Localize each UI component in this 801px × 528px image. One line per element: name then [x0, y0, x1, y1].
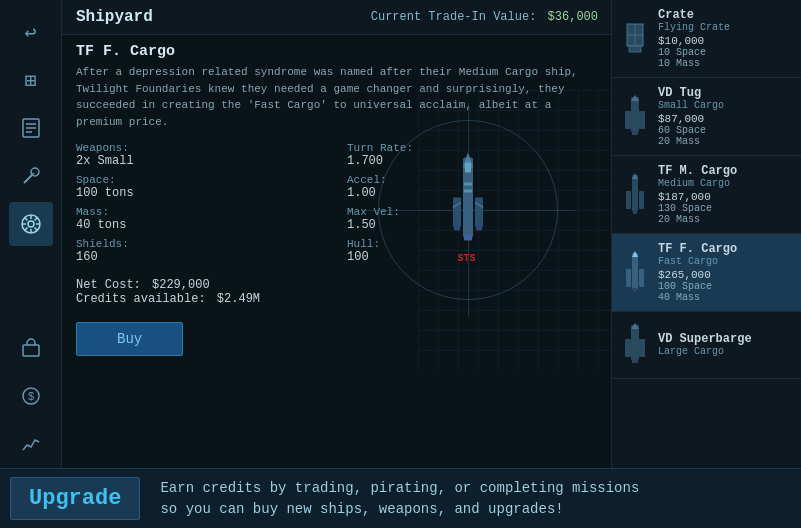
sts-label: STS — [458, 253, 476, 264]
ship-list-info: CrateFlying Crate$10,00010 Space 10 Mass — [658, 8, 793, 69]
ship-thumbnail — [620, 320, 650, 370]
svg-rect-25 — [464, 235, 472, 241]
ship-list-name: Crate — [658, 8, 793, 22]
ship-list-name: VD Superbarge — [658, 332, 793, 346]
trade-value: Current Trade-In Value: $36,000 — [371, 10, 598, 24]
svg-rect-21 — [453, 198, 461, 228]
main-panel: Shipyard Current Trade-In Value: $36,000… — [62, 0, 612, 528]
ship-list-name: TF F. Cargo — [658, 242, 793, 256]
svg-text:$: $ — [27, 390, 33, 402]
ship-thumbnail — [620, 92, 650, 142]
svg-line-15 — [34, 218, 37, 221]
tip-text: Earn credits by trading, pirating, or co… — [160, 478, 639, 520]
sidebar-bottom: $ — [0, 324, 62, 468]
svg-point-8 — [28, 221, 34, 227]
upgrade-button[interactable]: Upgrade — [10, 477, 140, 520]
ship-list-price: $87,000 — [658, 113, 793, 125]
svg-rect-27 — [476, 225, 482, 231]
sidebar-icon-tools[interactable] — [9, 154, 53, 198]
sidebar-icon-helm[interactable] — [9, 202, 53, 246]
ship-list-item[interactable]: TF M. CargoMedium Cargo$187,000130 Space… — [612, 156, 801, 234]
ship-list-type: Small Cargo — [658, 100, 793, 111]
svg-line-13 — [24, 218, 27, 221]
ship-list-info: VD TugSmall Cargo$87,00060 Space 20 Mass — [658, 86, 793, 147]
ship-list-info: TF M. CargoMedium Cargo$187,000130 Space… — [658, 164, 793, 225]
svg-rect-38 — [639, 111, 645, 129]
ship-list-name: VD Tug — [658, 86, 793, 100]
ship-list-item[interactable]: TF F. CargoFast Cargo$265,000100 Space 4… — [612, 234, 801, 312]
sidebar-icon-credits[interactable]: $ — [9, 374, 53, 418]
ship-list-stats: 60 Space 20 Mass — [658, 125, 793, 147]
page-title: Shipyard — [76, 8, 153, 26]
svg-rect-22 — [475, 198, 483, 228]
ship-list-panel: ‹ CrateFlying Crate$10,00010 Space 10 Ma… — [611, 0, 801, 528]
collapse-panel-button[interactable]: ‹ — [611, 246, 612, 282]
ship-list-type: Fast Cargo — [658, 256, 793, 267]
svg-rect-46 — [632, 253, 638, 289]
stat-space: Space: 100 tons — [76, 174, 327, 200]
ship-list-price: $187,000 — [658, 191, 793, 203]
sidebar-icon-map[interactable]: ⊞ — [9, 58, 53, 102]
ship-list: CrateFlying Crate$10,00010 Space 10 Mass… — [612, 0, 801, 379]
svg-rect-47 — [626, 269, 631, 287]
ship-viz-inner: STS — [338, 60, 598, 360]
ship-thumbnail — [620, 248, 650, 298]
svg-line-6 — [32, 173, 34, 175]
bottom-bar: Upgrade Earn credits by trading, piratin… — [0, 468, 801, 528]
ship-list-item[interactable]: VD SuperbargeLarge Cargo — [612, 312, 801, 379]
stat-mass: Mass: 40 tons — [76, 206, 327, 232]
ship-list-type: Medium Cargo — [658, 178, 793, 189]
svg-rect-43 — [639, 191, 644, 209]
svg-line-14 — [34, 228, 37, 231]
ship-list-item[interactable]: VD TugSmall Cargo$87,00060 Space 20 Mass — [612, 78, 801, 156]
svg-rect-36 — [631, 97, 639, 132]
ship-list-info: TF F. CargoFast Cargo$265,000100 Space 4… — [658, 242, 793, 303]
svg-rect-26 — [454, 225, 460, 231]
ship-visualization: STS — [338, 60, 598, 360]
svg-line-16 — [24, 228, 27, 231]
ship-list-item[interactable]: CrateFlying Crate$10,00010 Space 10 Mass — [612, 0, 801, 78]
svg-rect-51 — [631, 325, 639, 360]
svg-rect-40 — [632, 131, 638, 135]
svg-rect-52 — [625, 339, 631, 357]
sidebar-icon-info[interactable] — [9, 106, 53, 150]
shipyard-header: Shipyard Current Trade-In Value: $36,000 — [62, 0, 612, 35]
svg-rect-37 — [625, 111, 631, 129]
svg-rect-30 — [464, 183, 472, 186]
svg-rect-45 — [633, 210, 637, 214]
svg-rect-33 — [629, 46, 641, 52]
buy-button[interactable]: Buy — [76, 322, 183, 356]
sidebar-icon-back[interactable]: ↩ — [9, 10, 53, 54]
ship-list-stats: 100 Space 40 Mass — [658, 281, 793, 303]
svg-rect-42 — [626, 191, 631, 209]
stat-shields: Shields: 160 — [76, 238, 327, 264]
ship-thumbnail — [620, 170, 650, 220]
ship-list-type: Large Cargo — [658, 346, 793, 357]
sidebar-icon-stats[interactable] — [9, 422, 53, 466]
svg-line-4 — [24, 175, 32, 183]
ship-list-price: $265,000 — [658, 269, 793, 281]
svg-rect-41 — [632, 175, 638, 211]
ship-list-type: Flying Crate — [658, 22, 793, 33]
svg-rect-17 — [23, 345, 39, 356]
svg-rect-31 — [464, 190, 472, 193]
ship-thumbnail — [620, 14, 650, 64]
svg-rect-53 — [639, 339, 645, 357]
svg-rect-55 — [632, 359, 638, 363]
svg-rect-50 — [633, 288, 637, 292]
svg-rect-48 — [639, 269, 644, 287]
ship-list-info: VD SuperbargeLarge Cargo — [658, 332, 793, 359]
ship-list-price: $10,000 — [658, 35, 793, 47]
ship-list-name: TF M. Cargo — [658, 164, 793, 178]
ship-list-stats: 10 Space 10 Mass — [658, 47, 793, 69]
sidebar-icon-trade[interactable] — [9, 326, 53, 370]
ship-list-stats: 130 Space 20 Mass — [658, 203, 793, 225]
stat-weapons: Weapons: 2x Small — [76, 142, 327, 168]
sidebar: ↩ ⊞ — [0, 0, 62, 528]
svg-rect-24 — [465, 163, 471, 173]
